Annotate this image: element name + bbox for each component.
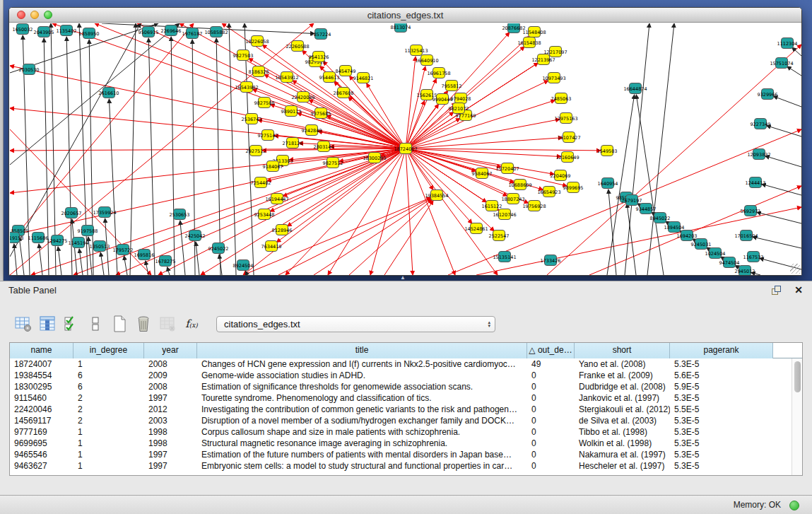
graph-node[interactable]: 16654923 (537, 187, 560, 197)
table-row[interactable]: 2242004622012Investigating the contribut… (10, 404, 802, 415)
graph-node[interactable]: 16154838 (517, 37, 541, 48)
column-visibility-icon[interactable] (37, 314, 58, 334)
graph-node[interactable]: 11548408 (522, 27, 546, 37)
graph-edge-black (762, 184, 801, 195)
graph-node[interactable]: 10688609 (508, 180, 531, 190)
graph-node[interactable]: 1640954 (598, 178, 618, 189)
graph-node[interactable]: 7857224 (311, 29, 331, 40)
network-canvas[interactable]: 1872400716154838122139671097349374850631… (10, 23, 801, 275)
panel-divider-handle[interactable]: ▲ (400, 274, 406, 281)
svg-text:9245031: 9245031 (691, 242, 712, 247)
column-header-year[interactable]: year (144, 343, 197, 358)
graph-node[interactable]: 12160649 (555, 152, 579, 163)
graph-node[interactable]: 15751074 (770, 58, 793, 69)
graph-node[interactable]: 16640910 (415, 55, 438, 66)
graph-node[interactable]: 7485063 (551, 93, 572, 104)
table-row[interactable]: 977716911998Corpus callosum shape and si… (10, 426, 802, 438)
graph-node[interactable]: 2927512 (246, 146, 266, 156)
graph-node[interactable]: 9275142 (258, 130, 278, 141)
graph-node[interactable]: 1167533 (743, 252, 764, 262)
selection-mode-icon[interactable] (61, 314, 82, 334)
graph-node[interactable]: 1678275 (155, 256, 176, 267)
graph-node[interactable]: 1858950 (79, 28, 100, 39)
graph-node[interactable]: 22260588 (286, 41, 309, 52)
graph-node[interactable]: 1244413 (746, 177, 766, 188)
table-row[interactable]: 1456911722003Disruption of a novel membe… (10, 415, 802, 426)
float-panel-icon[interactable] (770, 284, 782, 296)
column-header-in_degree[interactable]: in_degree (73, 343, 144, 358)
graph-node[interactable]: 9506915 (139, 27, 159, 37)
graph-node[interactable]: 16107427 (557, 132, 580, 143)
resize-grip[interactable] (790, 264, 800, 274)
graph-node[interactable]: 1549503 (597, 146, 618, 156)
graph-node[interactable]: 1112304 (777, 38, 798, 49)
table-select-dropdown[interactable]: citations_edges.txt ▴▾ (216, 316, 495, 332)
graph-node[interactable]: 2718126 (283, 138, 303, 148)
graph-node[interactable]: 22420046 (291, 92, 314, 103)
graph-node[interactable]: 9329966 (758, 89, 778, 100)
svg-text:1695816: 1695816 (134, 252, 155, 258)
graph-node[interactable]: 1135402 (57, 25, 77, 36)
graph-node[interactable]: 16961758 (427, 68, 450, 78)
graph-node[interactable]: 2616610 (99, 88, 119, 98)
row-height-icon[interactable] (85, 314, 106, 334)
graph-node[interactable]: 9146821 (353, 73, 374, 83)
graph-node[interactable]: 2522547 (489, 230, 510, 241)
graph-node[interactable]: 15135141 (493, 252, 516, 262)
table-vertical-scrollbar[interactable] (792, 358, 802, 475)
graph-node[interactable]: 1733426 (541, 255, 561, 266)
svg-text:1678275: 1678275 (155, 259, 176, 264)
graph-node[interactable]: 2530653 (170, 209, 190, 220)
graph-node[interactable]: 1976187 (182, 28, 203, 39)
graph-node[interactable]: 2020657 (61, 208, 82, 218)
graph-node[interactable]: 2204069 (551, 170, 571, 181)
graph-node[interactable]: 2030530 (19, 64, 40, 75)
memory-status-indicator[interactable] (789, 501, 799, 510)
graph-node[interactable]: 9197588 (78, 226, 98, 236)
window-titlebar[interactable]: citations_edges.txt (9, 8, 801, 23)
graph-node[interactable]: 9245022 (208, 243, 229, 254)
column-header-name[interactable]: name (10, 343, 73, 358)
column-header-short[interactable]: short (575, 343, 670, 358)
close-panel-icon[interactable]: ✕ (792, 284, 805, 296)
graph-node[interactable]: 12975163 (554, 113, 577, 124)
column-header-out_de[interactable]: △ out_de… (527, 343, 575, 358)
graph-node[interactable]: 18226058 (245, 36, 269, 47)
table-row[interactable]: 946554611997Estimation of the future num… (10, 449, 802, 460)
graph-node[interactable]: 1024504 (705, 248, 726, 259)
delete-table-icon[interactable] (133, 314, 154, 334)
graph-node[interactable]: 17359924 (93, 207, 116, 218)
graph-node[interactable]: 9227349 (751, 119, 771, 129)
graph-node[interactable]: 9899695 (563, 182, 584, 193)
graph-node[interactable]: 9245031 (691, 239, 712, 250)
table-row[interactable]: 969969511998Structural magnetic resonanc… (10, 438, 802, 449)
graph-node[interactable]: 9242848 (302, 125, 322, 136)
column-header-title[interactable]: title (197, 343, 527, 358)
table-row[interactable]: 1938455462009Genome-wide association stu… (10, 370, 802, 381)
table-mode-icon[interactable] (13, 314, 34, 334)
graph-node[interactable]: 10585882 (204, 27, 228, 37)
network-view-window[interactable]: citations_edges.txt 18724007161548381221… (8, 7, 802, 276)
graph-node[interactable]: 9827508 (254, 98, 275, 108)
column-header-pagerank[interactable]: pagerank (670, 343, 773, 358)
graph-node[interactable]: 1294275 (47, 235, 68, 246)
collapsed-side-panel[interactable] (0, 0, 4, 281)
svg-text:9544613: 9544613 (319, 75, 340, 81)
graph-node[interactable]: 7634419 (261, 241, 282, 252)
graph-node[interactable]: 14524861 (464, 223, 488, 234)
graph-node[interactable]: 17016504 (734, 230, 758, 241)
graph-node[interactable]: 16543982 (235, 82, 258, 93)
function-builder-icon[interactable]: f(x) (181, 314, 202, 334)
table-row[interactable]: 1830029562008Estimation of significance … (10, 381, 802, 392)
graph-node[interactable]: 11325413 (404, 45, 428, 56)
scrollbar-thumb[interactable] (794, 361, 801, 392)
table-row[interactable]: 946362711997Embryonic stem cells: a mode… (10, 460, 802, 472)
graph-node[interactable]: 8813074 (391, 23, 411, 33)
graph-node[interactable]: 1115686 (28, 233, 49, 243)
graph-node[interactable]: 1650032 (13, 24, 33, 35)
svg-text:9245022: 9245022 (208, 246, 229, 252)
table-row[interactable]: 911546021997Tourette syndrome. Phenomeno… (10, 392, 802, 404)
table-row[interactable]: 1872400712008Changes of HCN gene express… (10, 358, 802, 370)
create-table-icon[interactable] (109, 314, 130, 334)
graph-node[interactable]: 5692971 (741, 206, 761, 216)
